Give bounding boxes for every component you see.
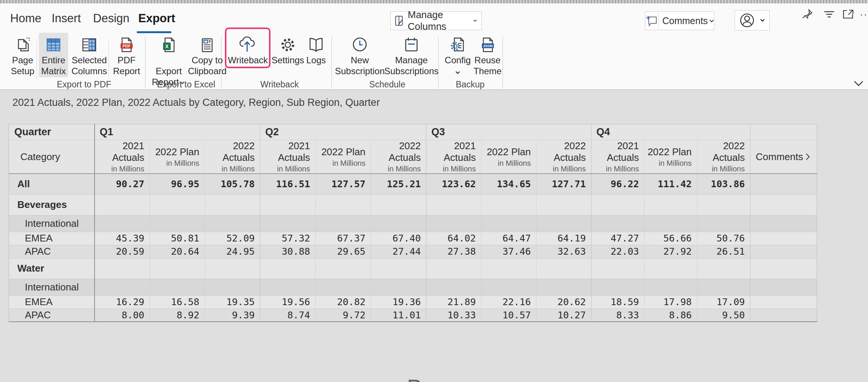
measure-header[interactable]: 2022 Planin Millions	[645, 140, 697, 174]
matrix-cell[interactable]	[316, 279, 371, 295]
measure-header[interactable]: 2021 Actualsin Millions	[591, 140, 645, 174]
tab-insert[interactable]: Insert	[52, 12, 81, 25]
matrix-cell[interactable]	[536, 194, 591, 215]
matrix-cell[interactable]: 19.56	[260, 295, 316, 309]
matrix-cell[interactable]: 64.02	[426, 232, 481, 245]
matrix-cell[interactable]: 111.42	[645, 174, 697, 194]
copy-to-clipboard-button[interactable]: Copy to Clipboard	[189, 34, 225, 76]
matrix-cell[interactable]: 90.27	[95, 174, 150, 194]
matrix-cell[interactable]: 9.50	[697, 309, 750, 322]
matrix-cell[interactable]	[426, 279, 481, 295]
matrix-cell[interactable]: 116.51	[260, 174, 316, 194]
measure-header[interactable]: 2021 Actualsin Millions	[260, 140, 316, 174]
new-subscription-button[interactable]: New Subscription	[335, 34, 385, 76]
matrix-cell[interactable]: 103.86	[697, 174, 750, 194]
matrix-cell[interactable]	[481, 279, 536, 295]
matrix-cell[interactable]: 17.98	[645, 295, 697, 309]
matrix-cell[interactable]	[645, 215, 697, 232]
measure-header[interactable]: 2021 Actualsin Millions	[95, 140, 150, 174]
quarter-header-q1[interactable]: Q1	[95, 124, 260, 140]
matrix-cell[interactable]: 123.62	[426, 174, 481, 194]
matrix-cell[interactable]: 26.51	[697, 245, 750, 258]
comments-cell[interactable]	[750, 232, 817, 245]
measure-header[interactable]: 2022 Planin Millions	[481, 140, 536, 174]
matrix-cell[interactable]: 17.09	[697, 295, 750, 309]
matrix-cell[interactable]: 125.21	[371, 174, 426, 194]
matrix-cell[interactable]: 8.74	[260, 309, 316, 322]
matrix-cell[interactable]: 8.86	[645, 309, 697, 322]
matrix-cell[interactable]	[645, 279, 697, 295]
selected-columns-button[interactable]: Selected Columns	[70, 34, 108, 76]
quarter-header-q4[interactable]: Q4	[591, 124, 750, 140]
matrix-cell[interactable]	[150, 279, 205, 295]
matrix-cell[interactable]: 11.01	[371, 309, 426, 322]
measure-header[interactable]: 2022 Actualsin Millions	[697, 140, 750, 174]
matrix-cell[interactable]: 29.65	[316, 245, 371, 258]
matrix-cell[interactable]: 19.35	[205, 295, 260, 309]
comments-cell[interactable]	[750, 295, 817, 309]
user-avatar-button[interactable]	[735, 10, 770, 31]
matrix-cell[interactable]	[371, 194, 426, 215]
config-button[interactable]: Config	[444, 34, 472, 76]
measure-header[interactable]: 2021 Actualsin Millions	[426, 140, 481, 174]
matrix-cell[interactable]	[95, 215, 150, 232]
matrix-cell[interactable]: 20.82	[316, 295, 371, 309]
pdf-report-button[interactable]: PDF PDF Report	[110, 34, 143, 76]
matrix-cell[interactable]: 10.27	[536, 309, 591, 322]
matrix-row-header[interactable]: EMEA	[9, 295, 95, 309]
comments-cell[interactable]	[750, 309, 817, 322]
matrix-row-header[interactable]: Water	[9, 258, 95, 279]
matrix-cell[interactable]: 8.92	[150, 309, 205, 322]
matrix-cell[interactable]: 67.37	[316, 232, 371, 245]
chevron-right-icon[interactable]	[805, 152, 811, 161]
logs-button[interactable]: Logs	[304, 34, 328, 66]
matrix-row-header[interactable]: International	[9, 279, 95, 295]
measure-header[interactable]: 2022 Actualsin Millions	[371, 140, 426, 174]
matrix-cell[interactable]	[150, 194, 205, 215]
comments-cell[interactable]	[750, 258, 817, 279]
matrix-cell[interactable]	[205, 279, 260, 295]
matrix-cell[interactable]	[150, 215, 205, 232]
matrix-cell[interactable]	[260, 215, 316, 232]
matrix-cell[interactable]: 24.95	[205, 245, 260, 258]
matrix-corner-category[interactable]: Category	[9, 140, 95, 174]
matrix-cell[interactable]	[205, 258, 260, 279]
page-setup-button[interactable]: Page Setup	[9, 34, 37, 76]
matrix-cell[interactable]: 22.16	[481, 295, 536, 309]
matrix-cell[interactable]: 96.95	[150, 174, 205, 194]
writeback-button[interactable]: Writeback	[227, 34, 269, 66]
matrix-cell[interactable]: 10.33	[426, 309, 481, 322]
comments-cell[interactable]	[750, 194, 817, 215]
matrix-cell[interactable]	[371, 258, 426, 279]
matrix-cell[interactable]	[260, 194, 316, 215]
measure-header[interactable]: 2022 Actualsin Millions	[205, 140, 260, 174]
matrix-cell[interactable]	[536, 279, 591, 295]
comments-button[interactable]: Comments	[645, 11, 714, 30]
matrix-cell[interactable]	[426, 258, 481, 279]
matrix-cell[interactable]: 8.33	[591, 309, 645, 322]
matrix-cell[interactable]: 127.71	[536, 174, 591, 194]
matrix-cell[interactable]: 127.57	[316, 174, 371, 194]
matrix-cell[interactable]: 56.66	[645, 232, 697, 245]
matrix-cell[interactable]	[371, 279, 426, 295]
reuse-theme-button[interactable]: JSON Reuse Theme	[473, 34, 502, 76]
matrix-cell[interactable]: 30.88	[260, 245, 316, 258]
matrix-cell[interactable]: 105.78	[205, 174, 260, 194]
matrix-corner-quarter[interactable]: Quarter	[9, 124, 95, 140]
matrix-cell[interactable]: 27.38	[426, 245, 481, 258]
matrix-cell[interactable]: 37.46	[481, 245, 536, 258]
matrix-cell[interactable]	[481, 194, 536, 215]
pin-icon[interactable]	[802, 9, 815, 20]
matrix-cell[interactable]	[371, 215, 426, 232]
matrix-cell[interactable]	[95, 258, 150, 279]
matrix-cell[interactable]: 134.65	[481, 174, 536, 194]
matrix-cell[interactable]: 22.03	[591, 245, 645, 258]
matrix-cell[interactable]: 21.89	[426, 295, 481, 309]
matrix-cell[interactable]	[536, 215, 591, 232]
matrix-cell[interactable]	[205, 215, 260, 232]
matrix-cell[interactable]: 20.62	[536, 295, 591, 309]
matrix-row-header[interactable]: APAC	[9, 245, 95, 258]
measure-header[interactable]: 2022 Planin Millions	[316, 140, 371, 174]
matrix-cell[interactable]	[697, 194, 750, 215]
tab-design[interactable]: Design	[93, 12, 130, 25]
